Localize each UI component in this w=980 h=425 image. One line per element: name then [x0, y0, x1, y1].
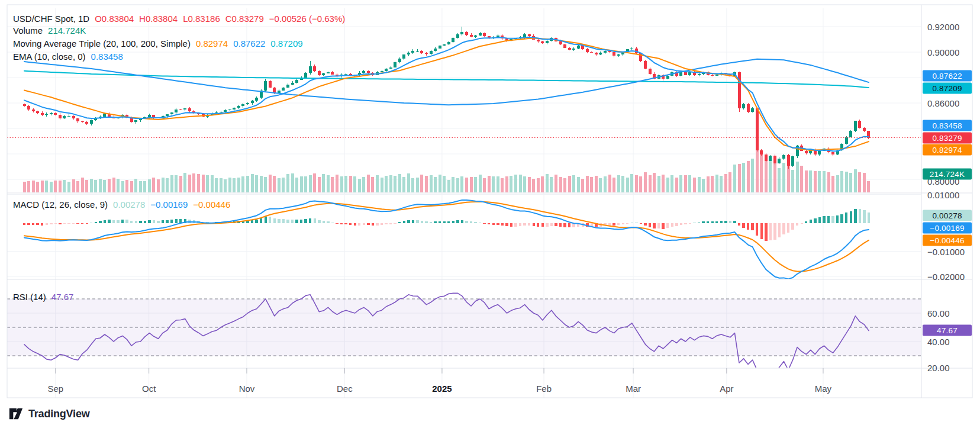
time-label-oct: Oct — [142, 384, 156, 394]
ohlc-close: C0.83279 — [225, 13, 264, 25]
ma200-value: 0.87209 — [270, 38, 302, 50]
rsi-legend-row[interactable]: RSI (14) 47.67 — [13, 291, 73, 303]
time-label-2025: 2025 — [432, 384, 452, 394]
rsi-badge: 47.67 — [923, 324, 972, 336]
ma20-value: 0.82974 — [196, 38, 228, 50]
price-axis-label: 0.86000 — [927, 98, 959, 108]
ema-price-badge: 0.83458 — [923, 120, 972, 131]
ma-triple-label: Moving Average Triple (20, 100, 200, Sim… — [13, 38, 191, 50]
time-label-apr: Apr — [720, 384, 733, 394]
symbol-legend-row[interactable]: USD/CHF Spot, 1D O0.83804 H0.83804 L0.83… — [13, 13, 345, 25]
ohlc-low: L0.83186 — [183, 13, 220, 25]
volume-value: 214.724K — [48, 25, 86, 37]
volume-legend-row[interactable]: Volume 214.724K — [13, 25, 86, 37]
volume-badge: 214.724K — [923, 169, 972, 180]
ma-triple-legend-row[interactable]: Moving Average Triple (20, 100, 200, Sim… — [13, 38, 303, 50]
macd-hist-value: 0.00278 — [113, 199, 145, 211]
price-axis-label: 0.92000 — [927, 22, 959, 32]
tradingview-logo[interactable]: TradingView — [8, 406, 90, 421]
macd-label: MACD (12, 26, close, 9) — [13, 199, 108, 211]
tradingview-logo-text: TradingView — [28, 408, 90, 420]
time-label-feb: Feb — [536, 384, 552, 394]
time-label-mar: Mar — [626, 384, 641, 394]
macd-axis-label: −0.01000 — [927, 247, 965, 257]
ma200-price-badge: 0.87209 — [923, 83, 972, 94]
rsi-label: RSI (14) — [13, 291, 46, 303]
ohlc-change: −0.00526 (−0.63%) — [269, 13, 345, 25]
ma100-price-badge: 0.87622 — [923, 70, 972, 82]
symbol-title: USD/CHF Spot, 1D — [13, 13, 89, 25]
volume-label: Volume — [13, 25, 43, 37]
macd-signal-badge: −0.00446 — [923, 235, 972, 246]
ma20-price-badge: 0.82974 — [923, 144, 972, 156]
chart-canvas[interactable] — [0, 0, 980, 425]
macd-hist-badge: 0.00278 — [923, 210, 972, 221]
rsi-axis-label: 20.00 — [927, 363, 950, 373]
macd-axis-label: 0.01000 — [927, 190, 959, 200]
time-label-may: May — [815, 384, 831, 394]
tradingview-chart-app: USD/CHF Spot, 1D O0.83804 H0.83804 L0.83… — [0, 0, 980, 425]
macd-legend-row[interactable]: MACD (12, 26, close, 9) 0.00278 −0.00169… — [13, 199, 230, 211]
rsi-value: 47.67 — [51, 291, 74, 303]
ma100-value: 0.87622 — [233, 38, 265, 50]
time-label-sep: Sep — [47, 384, 63, 394]
ema-label: EMA (10, close, 0) — [13, 51, 86, 63]
ema-value: 0.83458 — [91, 51, 123, 63]
ohlc-high: H0.83804 — [139, 13, 178, 25]
tradingview-logo-icon — [8, 406, 24, 421]
rsi-axis-label: 40.00 — [927, 337, 950, 347]
price-axis-label: 0.90000 — [927, 47, 959, 57]
time-label-dec: Dec — [337, 384, 353, 394]
macd-line-value: −0.00169 — [150, 199, 188, 211]
last-price-badge: 0.83279 — [923, 132, 972, 143]
rsi-axis-label: 60.00 — [927, 308, 950, 318]
macd-axis-label: −0.02000 — [927, 272, 965, 282]
ohlc-open: O0.83804 — [95, 13, 134, 25]
macd-signal-value: −0.00446 — [193, 199, 230, 211]
time-label-nov: Nov — [239, 384, 255, 394]
ema-legend-row[interactable]: EMA (10, close, 0) 0.83458 — [13, 51, 123, 63]
macd-line-badge: −0.00169 — [923, 223, 972, 234]
